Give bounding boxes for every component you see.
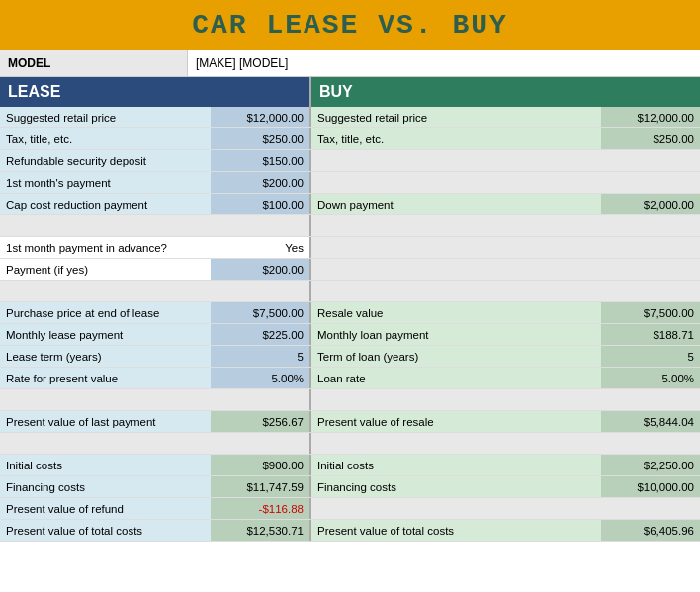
buy-row-value: $5,844.04 bbox=[601, 411, 700, 432]
table-row bbox=[0, 215, 700, 237]
lease-row-value bbox=[211, 433, 309, 454]
buy-row-value bbox=[601, 259, 700, 280]
buy-side: Present value of total costs$6,405.96 bbox=[311, 520, 700, 541]
buy-side: Present value of resale$5,844.04 bbox=[311, 411, 700, 432]
buy-row-label: Suggested retail price bbox=[311, 107, 601, 127]
lease-header: LEASE bbox=[0, 77, 309, 107]
lease-side: Payment (if yes)$200.00 bbox=[0, 259, 311, 280]
table-row: Rate for present value5.00%Loan rate5.00… bbox=[0, 368, 700, 389]
buy-header: BUY bbox=[311, 77, 700, 107]
buy-row-label bbox=[311, 237, 601, 258]
buy-row-label: Term of loan (years) bbox=[311, 346, 601, 367]
lease-row-value: $12,000.00 bbox=[211, 107, 309, 127]
table-row: Purchase price at end of lease$7,500.00R… bbox=[0, 302, 700, 324]
buy-side bbox=[311, 215, 700, 236]
buy-side: Term of loan (years)5 bbox=[311, 346, 700, 367]
table-row: Cap cost reduction payment$100.00Down pa… bbox=[0, 194, 700, 215]
buy-side: Suggested retail price$12,000.00 bbox=[311, 107, 700, 127]
lease-column: LEASE bbox=[0, 77, 311, 107]
lease-row-label: Financing costs bbox=[0, 476, 211, 497]
lease-side: Initial costs$900.00 bbox=[0, 455, 311, 475]
buy-row-value: $250.00 bbox=[601, 128, 700, 149]
buy-row-label bbox=[311, 172, 601, 193]
buy-row-value bbox=[601, 498, 700, 519]
table-row: 1st month payment in advance?Yes bbox=[0, 237, 700, 259]
model-row: MODEL [MAKE] [MODEL] bbox=[0, 50, 700, 77]
buy-row-label: Tax, title, etc. bbox=[311, 128, 601, 149]
lease-row-value: $200.00 bbox=[211, 259, 309, 280]
buy-side bbox=[311, 498, 700, 519]
table-row: Present value of last payment$256.67Pres… bbox=[0, 411, 700, 433]
buy-row-value bbox=[601, 433, 700, 454]
lease-row-value: $100.00 bbox=[211, 194, 309, 214]
lease-side: Purchase price at end of lease$7,500.00 bbox=[0, 302, 311, 323]
lease-row-value: Yes bbox=[211, 237, 309, 258]
model-value: [MAKE] [MODEL] bbox=[188, 50, 700, 76]
lease-row-value: -$116.88 bbox=[211, 498, 309, 519]
buy-side bbox=[311, 172, 700, 193]
buy-side bbox=[311, 150, 700, 171]
lease-row-label: Initial costs bbox=[0, 455, 211, 475]
lease-row-label: 1st month payment in advance? bbox=[0, 237, 211, 258]
table-row: Present value of total costs$12,530.71Pr… bbox=[0, 520, 700, 542]
model-label: MODEL bbox=[0, 50, 188, 76]
lease-row-value: $250.00 bbox=[211, 128, 309, 149]
buy-row-value: $2,250.00 bbox=[601, 455, 700, 475]
lease-side: Cap cost reduction payment$100.00 bbox=[0, 194, 311, 214]
buy-side bbox=[311, 237, 700, 258]
lease-row-value: $150.00 bbox=[211, 150, 309, 171]
buy-row-value bbox=[601, 172, 700, 193]
lease-row-label: Payment (if yes) bbox=[0, 259, 211, 280]
title-bar: CAR LEASE VS. BUY bbox=[0, 0, 700, 50]
buy-side bbox=[311, 433, 700, 454]
lease-side bbox=[0, 433, 311, 454]
lease-side: Present value of last payment$256.67 bbox=[0, 411, 311, 432]
buy-side: Down payment$2,000.00 bbox=[311, 194, 700, 214]
table-row: Initial costs$900.00Initial costs$2,250.… bbox=[0, 455, 700, 476]
table-row: Refundable security deposit$150.00 bbox=[0, 150, 700, 172]
buy-row-label bbox=[311, 498, 601, 519]
lease-row-label: Tax, title, etc. bbox=[0, 128, 211, 149]
lease-row-value: 5.00% bbox=[211, 368, 309, 388]
table-row: Lease term (years)5Term of loan (years)5 bbox=[0, 346, 700, 368]
buy-row-label bbox=[311, 150, 601, 171]
lease-row-value: $900.00 bbox=[211, 455, 309, 475]
buy-column: BUY bbox=[311, 77, 700, 107]
lease-side: 1st month payment in advance?Yes bbox=[0, 237, 311, 258]
lease-side: 1st month's payment$200.00 bbox=[0, 172, 311, 193]
buy-row-label: Monthly loan payment bbox=[311, 324, 601, 345]
lease-row-value: $200.00 bbox=[211, 172, 309, 193]
lease-row-label: Present value of last payment bbox=[0, 411, 211, 432]
buy-side: Monthly loan payment$188.71 bbox=[311, 324, 700, 345]
buy-row-label: Present value of total costs bbox=[311, 520, 601, 541]
lease-row-label bbox=[0, 433, 211, 454]
lease-side: Present value of refund-$116.88 bbox=[0, 498, 311, 519]
lease-row-value bbox=[211, 389, 309, 410]
lease-side: Present value of total costs$12,530.71 bbox=[0, 520, 311, 541]
buy-row-label bbox=[311, 259, 601, 280]
rows-container: Suggested retail price$12,000.00Suggeste… bbox=[0, 107, 700, 542]
main-content: LEASE BUY bbox=[0, 77, 700, 107]
buy-row-label: Financing costs bbox=[311, 476, 601, 497]
buy-row-label: Initial costs bbox=[311, 455, 601, 475]
buy-row-value: $10,000.00 bbox=[601, 476, 700, 497]
table-row: Monthly lease payment$225.00Monthly loan… bbox=[0, 324, 700, 346]
buy-side: Tax, title, etc.$250.00 bbox=[311, 128, 700, 149]
table-row: Present value of refund-$116.88 bbox=[0, 498, 700, 520]
lease-row-label: Cap cost reduction payment bbox=[0, 194, 211, 214]
lease-row-label bbox=[0, 215, 211, 236]
table-row bbox=[0, 433, 700, 455]
lease-row-value: $256.67 bbox=[211, 411, 309, 432]
buy-row-label: Present value of resale bbox=[311, 411, 601, 432]
buy-row-value: $7,500.00 bbox=[601, 302, 700, 323]
lease-row-label: Lease term (years) bbox=[0, 346, 211, 367]
lease-row-value: 5 bbox=[211, 346, 309, 367]
lease-row-label: Refundable security deposit bbox=[0, 150, 211, 171]
lease-side: Suggested retail price$12,000.00 bbox=[0, 107, 311, 127]
buy-row-label: Resale value bbox=[311, 302, 601, 323]
buy-row-label: Loan rate bbox=[311, 368, 601, 388]
lease-side: Financing costs$11,747.59 bbox=[0, 476, 311, 497]
lease-row-label: 1st month's payment bbox=[0, 172, 211, 193]
lease-row-value: $11,747.59 bbox=[211, 476, 309, 497]
buy-row-value bbox=[601, 281, 700, 301]
